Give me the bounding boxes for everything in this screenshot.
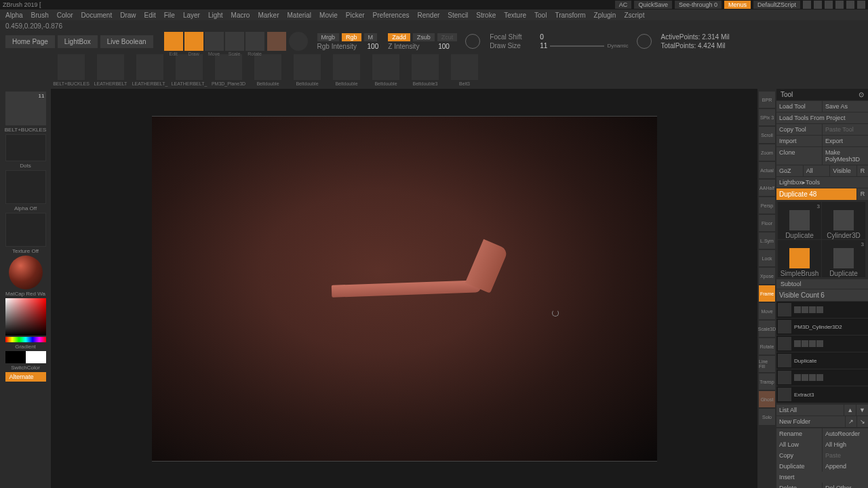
tool-thumb-duplicate[interactable]: 3Duplicate xyxy=(822,240,865,277)
subtool-item[interactable] xyxy=(776,302,868,319)
bpr-button[interactable]: BPR xyxy=(759,92,775,108)
brush-thumb[interactable]: Beltdouble xyxy=(290,54,324,86)
frame-button[interactable]: Frame xyxy=(759,285,775,302)
color-swatches[interactable] xyxy=(5,351,46,363)
import-button[interactable]: Import xyxy=(776,136,822,146)
draw-size-value[interactable]: 11 xyxy=(540,42,547,49)
brush-thumb[interactable]: Beltdouble xyxy=(369,54,403,86)
liveboolean-button[interactable]: Live Boolean xyxy=(100,35,153,48)
save-as-button[interactable]: Save As xyxy=(823,101,868,112)
window-icon-3[interactable] xyxy=(825,1,833,9)
menu-movie[interactable]: Movie xyxy=(319,12,338,19)
tool-thumb-cylinder3d[interactable]: Cylinder3D xyxy=(822,202,865,239)
load-tool-button[interactable]: Load Tool xyxy=(776,101,822,112)
menu-marker[interactable]: Marker xyxy=(258,12,279,19)
menu-light[interactable]: Light xyxy=(208,12,223,19)
brush-thumb[interactable]: Beltdouble xyxy=(330,54,363,86)
color-picker[interactable] xyxy=(5,298,46,336)
menu-color[interactable]: Color xyxy=(57,12,73,19)
move-button[interactable]: Move xyxy=(759,303,775,319)
m-button[interactable]: M xyxy=(364,33,378,41)
edit-mode-button[interactable]: Edit xyxy=(164,32,183,51)
duplicate-slider[interactable]: Duplicate 48 xyxy=(776,188,856,200)
insert-button[interactable]: Insert xyxy=(776,472,868,483)
switchcolor-button[interactable]: SwitchColor xyxy=(11,365,40,371)
new-folder-button[interactable]: New Folder xyxy=(776,416,845,427)
quicksave-button[interactable]: QuickSave xyxy=(634,1,672,9)
canvas[interactable] xyxy=(51,89,757,488)
tool-thumb-duplicate[interactable]: 3Duplicate xyxy=(778,202,821,239)
menu-zplugin[interactable]: Zplugin xyxy=(594,12,616,19)
del-other-button[interactable]: Del Other xyxy=(823,483,868,488)
brush-selector[interactable]: 11 xyxy=(5,92,46,125)
menu-brush[interactable]: Brush xyxy=(31,12,49,19)
load-from-project-button[interactable]: Load Tools From Project xyxy=(776,113,868,123)
up-icon[interactable]: ▲ xyxy=(844,405,856,415)
subtool-item[interactable] xyxy=(776,369,868,386)
menu-file[interactable]: File xyxy=(164,12,175,19)
brush-thumb[interactable]: Beltdouble xyxy=(251,54,285,86)
menu-picker[interactable]: Picker xyxy=(346,12,365,19)
menu-render[interactable]: Render xyxy=(418,12,440,19)
tool-thumb-simplebrush[interactable]: SimpleBrush xyxy=(778,240,821,277)
z-intensity-value[interactable]: 100 xyxy=(438,43,450,50)
aahalf-button[interactable]: AAHalf xyxy=(759,180,775,196)
visible-count[interactable]: Visible Count 6 xyxy=(776,289,868,301)
list-all-button[interactable]: List All xyxy=(776,405,844,415)
seethrough-slider[interactable]: See-through 0 xyxy=(675,1,722,9)
gyro-icon[interactable] xyxy=(637,34,652,49)
subtool-item[interactable] xyxy=(776,336,868,352)
dynamic-label[interactable]: Dynamic xyxy=(607,43,628,49)
lsym-button[interactable]: L.Sym xyxy=(759,232,775,249)
append-button[interactable]: Append xyxy=(823,461,868,472)
menu-layer[interactable]: Layer xyxy=(183,12,200,19)
subtool-header[interactable]: Subtool xyxy=(776,279,868,289)
rotate-mode-button[interactable]: Rotate xyxy=(245,32,264,51)
ac-button[interactable]: AC xyxy=(615,1,632,9)
brush-thumb[interactable]: Beltdouble3 xyxy=(408,54,442,86)
xpose-button[interactable]: Xpose xyxy=(759,268,775,284)
scale-mode-button[interactable]: Scale xyxy=(225,32,244,51)
menu-edit[interactable]: Edit xyxy=(144,12,156,19)
r-button[interactable]: R xyxy=(857,188,868,200)
paste-button[interactable]: Paste xyxy=(823,450,868,461)
alternate-button[interactable]: Alternate xyxy=(5,372,46,382)
hue-slider[interactable] xyxy=(5,337,46,342)
transp-button[interactable]: Transp xyxy=(759,373,775,390)
export-button[interactable]: Export xyxy=(823,136,868,146)
menu-document[interactable]: Document xyxy=(81,12,113,19)
persp-button[interactable]: Persp xyxy=(759,197,775,214)
solo-button[interactable]: Solo xyxy=(759,409,775,425)
move-mode-button[interactable]: Move xyxy=(205,32,224,51)
zcut-button[interactable]: Zcut xyxy=(437,33,458,41)
duplicate-button[interactable]: Duplicate xyxy=(776,461,822,472)
goz-all-button[interactable]: All xyxy=(804,165,830,176)
menu-stencil[interactable]: Stencil xyxy=(448,12,468,19)
zadd-button[interactable]: Zadd xyxy=(388,33,410,41)
menu-preferences[interactable]: Preferences xyxy=(373,12,410,19)
brush-thumb[interactable]: LEATHERBELT_ xyxy=(172,54,206,86)
menu-zscript[interactable]: Zscript xyxy=(624,12,644,19)
brush-thumb[interactable]: LEATHERBELT xyxy=(94,54,127,86)
make-polymesh-button[interactable]: Make PolyMesh3D xyxy=(823,147,868,165)
mrgb-button[interactable]: Mrgb xyxy=(317,33,340,41)
brush-thumb[interactable]: PM3D_Plane3D xyxy=(212,54,245,86)
spix3-button[interactable]: SPix 3 xyxy=(759,109,775,125)
menu-macro[interactable]: Macro xyxy=(231,12,250,19)
brush-thumb[interactable]: Belt3 xyxy=(448,54,481,86)
autoreorder-button[interactable]: AutoReorder xyxy=(823,428,868,439)
window-icon-2[interactable] xyxy=(814,1,822,9)
paste-tool-button[interactable]: Paste Tool xyxy=(823,124,868,135)
menu-texture[interactable]: Texture xyxy=(504,12,526,19)
menu-alpha[interactable]: Alpha xyxy=(5,12,23,19)
sphere-dark-icon[interactable] xyxy=(289,32,308,51)
brush-thumb[interactable]: BELT+BUCKLES xyxy=(54,54,88,86)
lock-button[interactable]: Lock xyxy=(759,250,775,266)
rename-button[interactable]: Rename xyxy=(776,428,822,439)
scroll-button[interactable]: Scroll xyxy=(759,127,775,143)
menu-transform[interactable]: Transform xyxy=(555,12,585,19)
brush-preview-icon[interactable] xyxy=(465,34,480,49)
actual-button[interactable]: Actual xyxy=(759,162,775,178)
linefill-button[interactable]: Line Fill xyxy=(759,356,775,372)
all-high-button[interactable]: All High xyxy=(823,439,868,450)
